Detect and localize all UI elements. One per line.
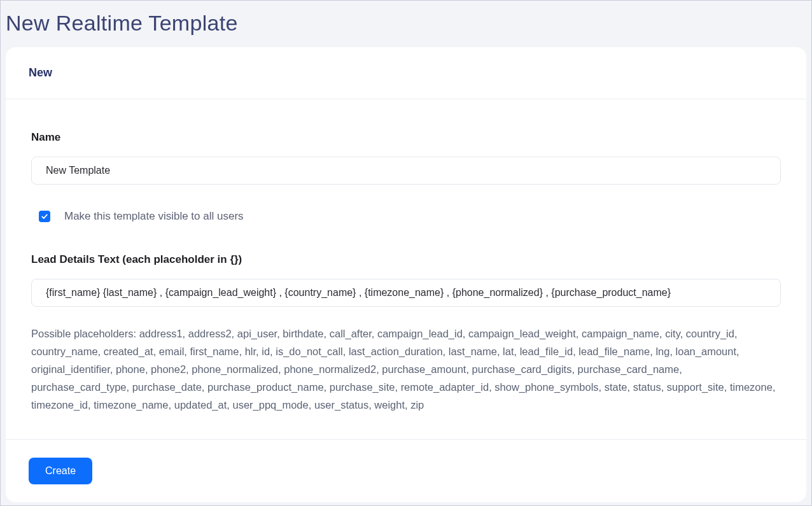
visibility-row: Make this template visible to all users (31, 210, 781, 223)
card-header: New (6, 47, 806, 99)
form-card: New Name Make this template visible to a… (6, 47, 806, 502)
visibility-checkbox[interactable] (39, 211, 50, 222)
page-container: New Realtime Template New Name Make this… (0, 0, 812, 506)
lead-details-section: Lead Details Text (each placeholder in {… (31, 253, 781, 414)
card-body: Name Make this template visible to all u… (6, 99, 806, 439)
placeholder-help: Possible placeholders: address1, address… (31, 325, 781, 414)
card-header-title: New (29, 66, 783, 80)
name-label: Name (31, 131, 781, 144)
name-input[interactable] (31, 157, 781, 185)
create-button[interactable]: Create (29, 458, 92, 484)
placeholder-help-list: address1, address2, api_user, birthdate,… (31, 328, 775, 411)
visibility-label: Make this template visible to all users (64, 210, 244, 223)
lead-details-label: Lead Details Text (each placeholder in {… (31, 253, 781, 266)
card-footer: Create (6, 439, 806, 502)
lead-details-input[interactable] (31, 279, 781, 307)
placeholder-help-prefix: Possible placeholders: (31, 328, 139, 339)
check-icon (41, 213, 48, 220)
page-title: New Realtime Template (6, 6, 806, 47)
